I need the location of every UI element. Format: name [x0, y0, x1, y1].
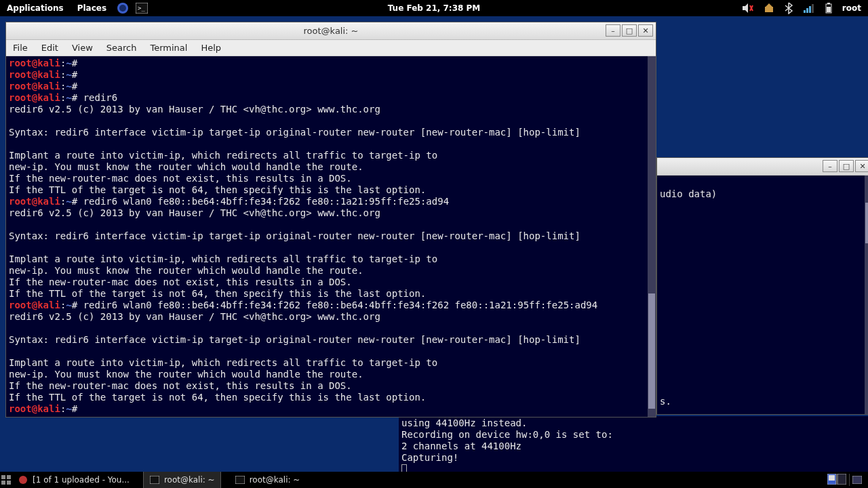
out-line: Implant a route into victim-ip, which re…: [9, 253, 437, 264]
svg-rect-19: [7, 481, 11, 485]
svg-rect-7: [765, 7, 773, 12]
maximize-button[interactable]: □: [622, 24, 637, 37]
svg-rect-15: [827, 7, 831, 12]
task-label: root@kali: ~: [250, 475, 300, 485]
bg-text: udio data): [660, 188, 717, 199]
out-line: If the new-router-mac does not exist, th…: [9, 380, 352, 391]
task-terminal-2[interactable]: root@kali: ~: [229, 472, 306, 488]
menu-terminal[interactable]: Terminal: [143, 43, 194, 53]
out-line: If the TTL of the target is not 64, then…: [9, 392, 426, 403]
bg-window-body: udio data) s. ...: [657, 176, 868, 414]
task-label: root@kali: ~: [164, 475, 215, 485]
menu-search[interactable]: Search: [100, 43, 144, 53]
bg-scrollbar[interactable]: [865, 176, 868, 414]
bg-close-button[interactable]: ✕: [855, 160, 868, 172]
task-terminal-1[interactable]: root@kali: ~: [143, 472, 221, 488]
out-line: Implant a route into victim-ip, which re…: [9, 150, 437, 161]
iceweasel-launcher[interactable]: [116, 1, 130, 15]
out-line: If the new-router-mac does not exist, th…: [9, 173, 352, 184]
bg-minimize-button[interactable]: –: [823, 160, 837, 172]
close-button[interactable]: ✕: [638, 24, 653, 37]
terminal-body[interactable]: root@kali:~# root@kali:~# root@kali:~# r…: [6, 56, 656, 417]
out-line: Syntax: redir6 interface victim-ip targe…: [9, 334, 580, 345]
out-line: redir6 v2.5 (c) 2013 by van Hauser / THC…: [9, 207, 380, 218]
svg-point-20: [19, 476, 27, 484]
out-line: If the TTL of the target is not 64, then…: [9, 184, 426, 195]
network-icon[interactable]: [803, 3, 815, 13]
svg-rect-17: [7, 475, 11, 479]
menu-help[interactable]: Help: [194, 43, 228, 53]
bg-maximize-button[interactable]: □: [839, 160, 854, 172]
window-title: root@kali: ~: [304, 26, 359, 36]
updates-icon[interactable]: [764, 3, 774, 14]
minimize-button[interactable]: –: [606, 24, 620, 37]
svg-rect-24: [837, 474, 846, 485]
svg-rect-16: [1, 475, 5, 479]
menu-edit[interactable]: Edit: [35, 43, 65, 53]
show-windows-icon[interactable]: [0, 475, 12, 485]
menu-view[interactable]: View: [65, 43, 100, 53]
svg-rect-26: [852, 476, 862, 484]
background-terminal-output: using 44100Hz instead. Recording on devi…: [399, 416, 868, 477]
workspace-switcher[interactable]: [827, 474, 846, 487]
bg-window-titlebar[interactable]: – □ ✕: [657, 158, 868, 176]
out-line: new-ip. You must know the router which w…: [9, 265, 363, 276]
out-line: Syntax: redir6 interface victim-ip targe…: [9, 230, 580, 241]
out-line: Implant a route into victim-ip, which re…: [9, 357, 437, 368]
cmd: redir6: [83, 92, 118, 103]
out-line: new-ip. You must know the router which w…: [9, 369, 363, 380]
applications-menu[interactable]: Applications: [0, 3, 71, 13]
svg-rect-21: [150, 476, 159, 484]
svg-rect-11: [809, 6, 811, 13]
task-browser[interactable]: [1 of 1 uploaded - You...: [12, 472, 135, 488]
lower-line: Capturing!: [401, 452, 458, 463]
cmd: redir6 wlan0 fe80::be64:4bff:fe34:f262 f…: [83, 196, 449, 207]
svg-rect-18: [1, 481, 5, 485]
bg-text2: s.: [660, 396, 671, 407]
out-line: redir6 v2.5 (c) 2013 by van Hauser / THC…: [9, 104, 380, 115]
out-line: Syntax: redir6 interface victim-ip targe…: [9, 127, 580, 138]
out-line: If the new-router-mac does not exist, th…: [9, 277, 352, 287]
terminal-window: root@kali: ~ – □ ✕ File Edit View Search…: [5, 22, 656, 418]
terminal-launcher[interactable]: >_: [135, 1, 149, 15]
menu-file[interactable]: File: [6, 43, 35, 53]
terminal-icon: [235, 474, 245, 485]
terminal-menubar: File Edit View Search Terminal Help: [6, 40, 656, 56]
out-line: new-ip. You must know the router which w…: [9, 161, 363, 172]
places-menu[interactable]: Places: [71, 3, 113, 13]
lower-line: 2 channels at 44100Hz: [401, 441, 521, 451]
bottom-panel: [1 of 1 uploaded - You... root@kali: ~ r…: [0, 472, 868, 488]
volume-icon[interactable]: [742, 3, 754, 14]
clock[interactable]: Tue Feb 21, 7:38 PM: [388, 3, 481, 13]
svg-rect-25: [829, 475, 835, 481]
lower-line: using 44100Hz instead.: [401, 418, 527, 428]
browser-icon: [18, 474, 28, 485]
top-panel: Applications Places >_ Tue Feb 21, 7:38 …: [0, 0, 868, 16]
bluetooth-icon[interactable]: [784, 2, 793, 14]
user-menu[interactable]: root: [842, 3, 861, 13]
lower-line: Recording on device hw:0,0 is set to:: [401, 429, 613, 440]
svg-rect-9: [804, 10, 806, 13]
terminal-scrollbar[interactable]: [648, 56, 656, 417]
battery-icon[interactable]: [825, 3, 833, 14]
terminal-titlebar[interactable]: root@kali: ~ – □ ✕: [6, 22, 656, 40]
background-window: – □ ✕ udio data) s. ...: [656, 157, 868, 415]
svg-text:>_: >_: [138, 5, 145, 12]
show-desktop-button[interactable]: [849, 474, 864, 486]
svg-rect-22: [235, 476, 245, 484]
svg-point-1: [119, 5, 126, 12]
out-line: redir6 v2.5 (c) 2013 by van Hauser / THC…: [9, 311, 380, 322]
task-label: [1 of 1 uploaded - You...: [33, 475, 130, 485]
cmd: redir6 wlan0 fe80::be64:4bff:fe34:f262 f…: [83, 300, 598, 310]
svg-rect-12: [812, 4, 814, 13]
out-line: If the TTL of the target is not 64, then…: [9, 288, 426, 299]
svg-rect-10: [806, 8, 808, 13]
terminal-icon: [149, 474, 160, 485]
svg-marker-4: [743, 3, 748, 13]
svg-rect-14: [827, 3, 830, 4]
prompt-user: root: [9, 58, 32, 68]
svg-marker-8: [766, 3, 772, 7]
system-tray: root: [742, 2, 868, 14]
